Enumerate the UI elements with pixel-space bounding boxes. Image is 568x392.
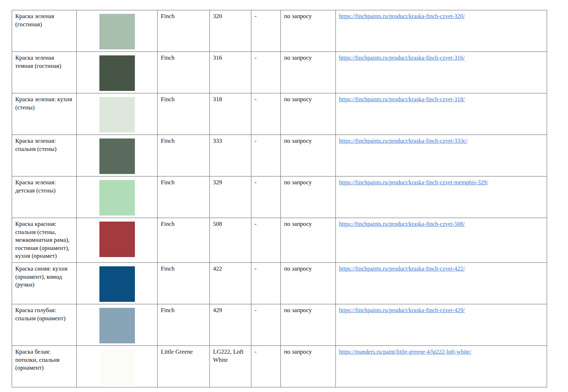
brand-cell: Finch (158, 93, 210, 135)
price-cell: по запросу (281, 93, 336, 135)
brand-cell: Little Greene (158, 346, 210, 387)
table-row: Краска красная: спальня (стены, межкомна… (12, 218, 547, 263)
swatch-cell (77, 93, 158, 135)
paint-name: Краска белая: потолки, спальня (орнамент… (15, 348, 60, 371)
code-cell: 422 (210, 263, 251, 304)
table-row: Краска белая: потолки, спальня (орнамент… (12, 346, 547, 387)
price-value: по запросу (284, 179, 312, 186)
brand-cell: Finch (158, 263, 210, 304)
code-cell: 333 (210, 135, 251, 176)
table-row: Краска голубая: спальня (орнамент) Finch… (12, 304, 547, 346)
url-cell: https://finchpaints.ru/product/kraska-fi… (336, 10, 547, 52)
paint-name: Краска зеленая: детская (стены) (15, 179, 56, 194)
paint-name-cell: Краска зеленая: спальня (стены) (12, 135, 77, 176)
brand-cell: Finch (158, 304, 210, 346)
dash-cell: - (251, 346, 281, 387)
color-code: 320 (213, 13, 222, 20)
price-cell: по запросу (281, 263, 336, 304)
brand-name: Finch (161, 137, 175, 144)
product-link[interactable]: https://finchpaints.ru/product/kraska-fi… (339, 220, 465, 227)
url-cell: https://finchpaints.ru/product/kraska-fi… (336, 52, 547, 93)
price-value: по запросу (284, 54, 312, 61)
product-link[interactable]: https://finchpaints.ru/product/kraska-fi… (339, 307, 465, 314)
price-cell: по запросу (281, 218, 336, 263)
color-swatch (99, 349, 135, 385)
code-cell: 329 (210, 176, 251, 218)
color-code: 508 (213, 220, 222, 227)
product-link[interactable]: https://finchpaints.ru/product/kraska-fi… (339, 13, 465, 20)
product-link[interactable]: https://manders.ru/paint/little-greene-4… (339, 348, 471, 355)
color-swatch (99, 266, 135, 302)
product-link[interactable]: https://finchpaints.ru/product/kraska-fi… (339, 54, 465, 61)
color-code: 422 (213, 265, 222, 272)
url-cell: https://finchpaints.ru/product/kraska-fi… (336, 93, 547, 135)
table-row: Краска синяя: кухня (орнамент), комод (р… (12, 263, 547, 304)
price-cell: по запросу (281, 304, 336, 346)
url-cell: https://finchpaints.ru/product/kraska-fi… (336, 218, 547, 263)
price-cell: по запросу (281, 176, 336, 218)
color-code: 318 (213, 96, 222, 103)
price-value: по запросу (284, 265, 312, 272)
color-swatch (99, 222, 135, 257)
product-link[interactable]: https://finchpaints.ru/product/kraska-fi… (339, 137, 468, 144)
table-row: Краска зеленая темная (гостиная) Finch 3… (12, 52, 547, 93)
swatch-cell (77, 263, 158, 304)
swatch-cell (77, 135, 158, 176)
paint-name-cell: Краска зеленая (гостиная) (12, 10, 77, 52)
table-row: Краска зеленая: спальня (стены) Finch 33… (12, 135, 547, 176)
dash-cell: - (251, 135, 281, 176)
product-link[interactable]: https://finchpaints.ru/product/kraska-fi… (339, 265, 465, 272)
dash-value: - (255, 348, 257, 355)
paint-name: Краска красная: спальня (стены, межкомна… (15, 220, 70, 259)
dash-cell: - (251, 304, 281, 346)
dash-value: - (255, 179, 257, 186)
color-swatch (99, 14, 135, 49)
swatch-cell (77, 52, 158, 93)
table-row: Краска зеленая: детская (стены) Finch 32… (12, 176, 547, 218)
color-swatch (99, 308, 135, 343)
color-code: LG222, Loft White (213, 348, 244, 363)
price-cell: по запросу (281, 52, 336, 93)
product-link[interactable]: https://finchpaints.ru/product/kraska-fi… (339, 179, 488, 186)
brand-name: Finch (161, 220, 175, 227)
dash-value: - (255, 307, 257, 314)
dash-cell: - (251, 10, 281, 52)
price-value: по запросу (284, 307, 312, 314)
price-value: по запросу (284, 220, 312, 227)
paint-name: Краска зеленая (гостиная) (15, 13, 54, 28)
brand-name: Finch (161, 307, 175, 314)
url-cell: https://finchpaints.ru/product/kraska-fi… (336, 176, 547, 218)
paint-name-cell: Краска голубая: спальня (орнамент) (12, 304, 77, 346)
dash-value: - (255, 137, 257, 144)
brand-name: Finch (161, 265, 175, 272)
paint-name-cell: Краска красная: спальня (стены, межкомна… (12, 218, 77, 263)
color-swatch (99, 97, 135, 132)
dash-value: - (255, 13, 257, 20)
product-link[interactable]: https://finchpaints.ru/product/kraska-fi… (339, 96, 465, 103)
code-cell: 508 (210, 218, 251, 263)
paint-name: Краска зеленая: кухня (стены) (15, 96, 72, 111)
code-cell: 429 (210, 304, 251, 346)
paint-name: Краска голубая: спальня (орнамент) (15, 307, 66, 322)
price-value: по запросу (284, 348, 312, 355)
brand-cell: Finch (158, 10, 210, 52)
dash-cell: - (251, 93, 281, 135)
color-swatch (99, 180, 135, 216)
dash-value: - (255, 265, 257, 272)
brand-cell: Finch (158, 176, 210, 218)
color-code: 329 (213, 179, 222, 186)
document-page: Краска зеленая (гостиная) Finch 320 - по… (0, 0, 568, 392)
swatch-cell (77, 10, 158, 52)
price-value: по запросу (284, 137, 312, 144)
color-code: 429 (213, 307, 222, 314)
brand-cell: Finch (158, 218, 210, 263)
price-cell: по запросу (281, 135, 336, 176)
brand-cell: Finch (158, 52, 210, 93)
code-cell: 318 (210, 93, 251, 135)
swatch-cell (77, 304, 158, 346)
dash-value: - (255, 220, 257, 227)
code-cell: 320 (210, 10, 251, 52)
url-cell: https://manders.ru/paint/little-greene-4… (336, 346, 547, 387)
swatch-cell (77, 176, 158, 218)
code-cell: 316 (210, 52, 251, 93)
